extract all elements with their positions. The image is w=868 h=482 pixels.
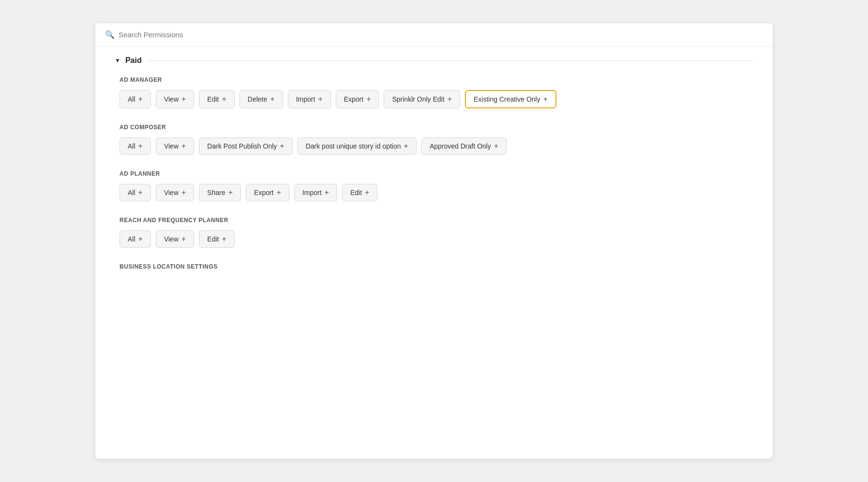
btn-label: View [164, 189, 179, 196]
btn-label: All [128, 189, 135, 196]
plus-icon: + [404, 142, 408, 151]
perm-btn-export[interactable]: Export+ [336, 90, 379, 108]
perm-btn-all[interactable]: All+ [120, 137, 151, 155]
btn-label: Edit [207, 235, 219, 243]
subsection-title-ad-composer: AD COMPOSER [120, 124, 753, 131]
section-divider [147, 60, 753, 61]
subsection-title-ad-manager: AD MANAGER [120, 76, 753, 83]
plus-icon: + [138, 142, 143, 151]
plus-icon: + [270, 95, 274, 104]
subsection-ad-composer: AD COMPOSERAll+View+Dark Post Publish On… [120, 124, 753, 155]
btn-label: All [128, 235, 135, 243]
plus-icon: + [277, 188, 281, 197]
perm-btn-sprinklr-only-edit[interactable]: Sprinklr Only Edit+ [384, 90, 460, 108]
btn-label: Delete [248, 95, 267, 103]
btn-label: Share [207, 189, 225, 196]
plus-icon: + [222, 95, 226, 104]
content-area: ▼PaidAD MANAGERAll+View+Edit+Delete+Impo… [95, 46, 773, 295]
btn-label: View [164, 142, 179, 150]
perm-btn-export[interactable]: Export+ [246, 184, 289, 201]
plus-icon: + [318, 95, 322, 104]
perm-btn-edit[interactable]: Edit+ [342, 184, 377, 201]
plus-icon: + [325, 188, 329, 197]
perm-btn-all[interactable]: All+ [120, 90, 151, 108]
plus-icon: + [181, 235, 186, 243]
plus-icon: + [222, 235, 226, 243]
subsection-title-business-location-settings: BUSINESS LOCATION SETTINGS [120, 263, 753, 270]
btn-label: View [164, 95, 179, 103]
plus-icon: + [543, 95, 548, 104]
subsection-business-location-settings: BUSINESS LOCATION SETTINGS [120, 263, 753, 270]
subsection-ad-manager: AD MANAGERAll+View+Edit+Delete+Import+Ex… [120, 76, 753, 108]
buttons-row-reach-frequency-planner: All+View+Edit+ [120, 230, 753, 248]
perm-btn-all[interactable]: All+ [120, 230, 151, 248]
subsection-reach-frequency-planner: REACH AND FREQUENCY PLANNERAll+View+Edit… [120, 217, 753, 248]
perm-btn-share[interactable]: Share+ [199, 184, 241, 201]
perm-btn-view[interactable]: View+ [156, 137, 194, 155]
subsection-ad-planner: AD PLANNERAll+View+Share+Export+Import+E… [120, 170, 753, 201]
chevron-down-icon[interactable]: ▼ [115, 57, 120, 64]
btn-label: Approved Draft Only [430, 142, 491, 150]
subsection-title-ad-planner: AD PLANNER [120, 170, 753, 177]
perm-btn-import[interactable]: Import+ [294, 184, 337, 201]
btn-label: All [128, 142, 135, 150]
search-input[interactable] [119, 30, 763, 39]
search-bar: 🔍 [95, 23, 773, 46]
plus-icon: + [181, 188, 186, 197]
search-icon: 🔍 [105, 30, 115, 39]
subsection-title-reach-frequency-planner: REACH AND FREQUENCY PLANNER [120, 217, 753, 224]
btn-label: Edit [207, 95, 219, 103]
plus-icon: + [138, 188, 143, 197]
perm-btn-dark-post-unique-story-id-option[interactable]: Dark post unique story id option+ [298, 137, 417, 155]
plus-icon: + [366, 95, 371, 104]
plus-icon: + [138, 235, 143, 243]
btn-label: Export [254, 189, 273, 196]
btn-label: Export [344, 95, 363, 103]
btn-label: Dark post unique story id option [306, 142, 401, 150]
plus-icon: + [228, 188, 233, 197]
section-title-paid: Paid [125, 56, 142, 65]
plus-icon: + [280, 142, 284, 151]
perm-btn-edit[interactable]: Edit+ [199, 230, 234, 248]
perm-btn-import[interactable]: Import+ [288, 90, 331, 108]
plus-icon: + [181, 95, 186, 104]
btn-label: Edit [350, 189, 362, 196]
plus-icon: + [181, 142, 186, 151]
plus-icon: + [365, 188, 369, 197]
section-header-paid: ▼Paid [115, 56, 753, 65]
btn-label: Import [302, 189, 322, 196]
plus-icon: + [494, 142, 498, 151]
perm-btn-edit[interactable]: Edit+ [199, 90, 234, 108]
btn-label: All [128, 95, 135, 103]
btn-label: Existing Creative Only [474, 95, 540, 103]
main-container: 🔍 ▼PaidAD MANAGERAll+View+Edit+Delete+Im… [95, 23, 773, 459]
buttons-row-ad-composer: All+View+Dark Post Publish Only+Dark pos… [120, 137, 753, 155]
perm-btn-view[interactable]: View+ [156, 90, 194, 108]
buttons-row-ad-manager: All+View+Edit+Delete+Import+Export+Sprin… [120, 90, 753, 108]
perm-btn-existing-creative-only[interactable]: Existing Creative Only+ [465, 90, 556, 108]
btn-label: View [164, 235, 179, 243]
btn-label: Sprinklr Only Edit [392, 95, 444, 103]
btn-label: Import [296, 95, 315, 103]
perm-btn-dark-post-publish-only[interactable]: Dark Post Publish Only+ [199, 137, 292, 155]
perm-btn-approved-draft-only[interactable]: Approved Draft Only+ [421, 137, 507, 155]
btn-label: Dark Post Publish Only [207, 142, 277, 150]
plus-icon: + [448, 95, 452, 104]
perm-btn-view[interactable]: View+ [156, 184, 194, 201]
perm-btn-delete[interactable]: Delete+ [239, 90, 283, 108]
buttons-row-ad-planner: All+View+Share+Export+Import+Edit+ [120, 184, 753, 201]
perm-btn-all[interactable]: All+ [120, 184, 151, 201]
perm-btn-view[interactable]: View+ [156, 230, 194, 248]
plus-icon: + [138, 95, 143, 104]
